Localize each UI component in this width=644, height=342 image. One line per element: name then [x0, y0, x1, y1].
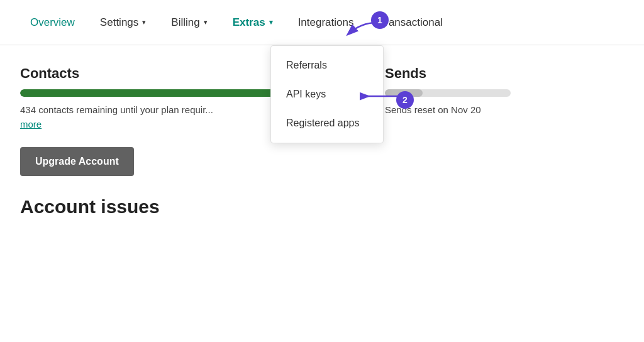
upgrade-account-button[interactable]: Upgrade Account [20, 147, 134, 176]
dropdown-referrals[interactable]: Referrals [271, 51, 383, 80]
nav-bar: Overview Settings ▾ Billing ▾ Extras ▾ I… [0, 0, 644, 45]
annotation-2: 2 [396, 91, 414, 109]
nav-billing[interactable]: Billing ▾ [161, 11, 217, 34]
sends-title: Sends [385, 65, 523, 82]
nav-overview[interactable]: Overview [20, 11, 85, 34]
account-issues-title: Account issues [20, 196, 335, 218]
sends-section: Sends Sends reset on Nov 20 [385, 65, 523, 218]
extras-chevron-icon: ▾ [269, 18, 273, 26]
annotation-1: 1 [371, 11, 389, 29]
settings-chevron-icon: ▾ [142, 18, 146, 26]
billing-chevron-icon: ▾ [204, 18, 208, 26]
nav-extras[interactable]: Extras ▾ [223, 11, 283, 34]
contacts-more-link[interactable]: more [20, 119, 42, 130]
dropdown-registered-apps[interactable]: Registered apps [271, 109, 383, 138]
contacts-progress-fill [20, 89, 297, 97]
nav-settings[interactable]: Settings ▾ [90, 11, 156, 34]
